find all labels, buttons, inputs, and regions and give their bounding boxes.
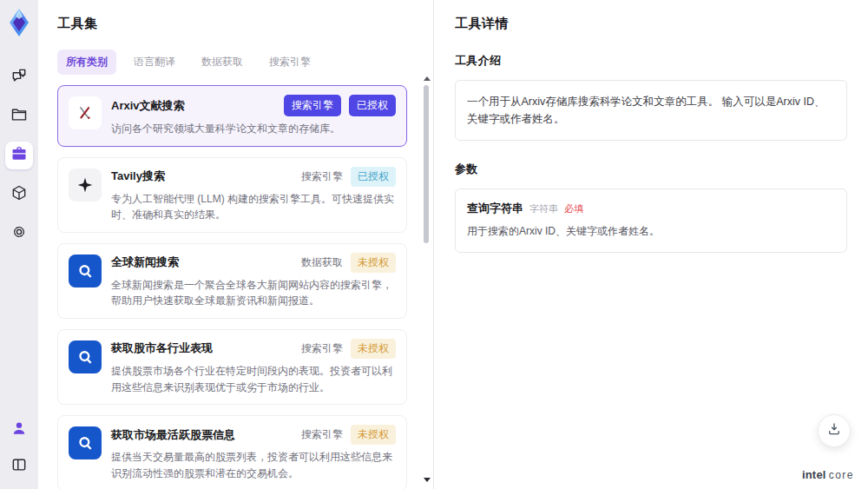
sidebar-item-settings[interactable]: [5, 220, 33, 248]
category-label: 数据获取: [301, 255, 343, 270]
app-window: 工具集 所有类别 语言翻译 数据获取 搜索引擎 Arxiv文献搜索: [0, 0, 868, 489]
search-q-logo-icon: [69, 426, 102, 459]
arxiv-logo-icon: [69, 96, 102, 129]
chat-icon: [10, 67, 28, 88]
sidebar-item-files[interactable]: [5, 102, 33, 130]
app-logo-icon: [5, 8, 33, 37]
tool-list: Arxiv文献搜索 搜索引擎 已授权 访问各个研究领域大量科学论文和文章的存储库…: [57, 85, 418, 489]
tool-title: 获取股市各行业表现: [111, 340, 213, 356]
tool-card-arxiv[interactable]: Arxiv文献搜索 搜索引擎 已授权 访问各个研究领域大量科学论文和文章的存储库…: [57, 85, 407, 147]
layout-panel-icon: [10, 456, 28, 477]
user-icon: [10, 420, 28, 440]
intel-wordmark: intel: [802, 468, 826, 481]
download-icon: [826, 421, 842, 440]
sidebar-item-toolset[interactable]: [5, 142, 33, 169]
tab-language-translation[interactable]: 语言翻译: [125, 50, 184, 75]
tool-description: 专为人工智能代理 (LLM) 构建的搜索引擎工具。可快速提供实时、准确和真实的结…: [111, 191, 396, 223]
param-name: 查询字符串: [467, 201, 523, 216]
tavily-logo-icon: [69, 169, 102, 202]
search-q-logo-icon: [69, 254, 102, 287]
intro-section-header: 工具介绍: [455, 53, 847, 69]
category-label: 搜索引擎: [301, 341, 343, 356]
tool-title: Tavily搜索: [111, 169, 165, 184]
params-section-header: 参数: [455, 162, 847, 177]
status-badge: 已授权: [349, 95, 396, 116]
tool-description: 提供股票市场各个行业在特定时间段内的表现。投资者可以利用这些信息来识别表现优于或…: [111, 363, 396, 395]
tool-description: 访问各个研究领域大量科学论文和文章的存储库。: [111, 121, 396, 137]
category-label: 搜索引擎: [301, 427, 343, 442]
status-badge: 未授权: [351, 253, 396, 273]
tool-description: 提供当天交易量最高的股票列表，投资者可以利用这些信息来识别流动性强的股票和潜在的…: [111, 449, 396, 481]
scrollbar-thumb[interactable]: [424, 85, 429, 243]
tool-title: Arxiv文献搜索: [111, 98, 185, 114]
status-badge: 未授权: [351, 425, 396, 445]
app-sidebar: [0, 0, 38, 489]
param-description: 用于搜索的Arxiv ID、关键字或作者姓名。: [467, 224, 835, 239]
tool-title: 全球新闻搜索: [111, 254, 179, 270]
scroll-down-arrow-icon[interactable]: [424, 478, 431, 482]
tool-intro-text: 一个用于从Arxiv存储库搜索科学论文和文章的工具。 输入可以是Arxiv ID…: [455, 80, 847, 141]
scroll-up-arrow-icon[interactable]: [424, 76, 431, 81]
core-wordmark: core: [829, 469, 854, 481]
tab-data-acquisition[interactable]: 数据获取: [193, 50, 252, 75]
category-tabs: 所有类别 语言翻译 数据获取 搜索引擎: [57, 50, 418, 75]
tool-detail-panel: 工具详情 工具介绍 一个用于从Arxiv存储库搜索科学论文和文章的工具。 输入可…: [434, 0, 868, 489]
tool-card-sector-performance[interactable]: 获取股市各行业表现 搜索引擎 未授权 提供股票市场各个行业在特定时间段内的表现。…: [57, 329, 407, 405]
tool-card-body: 全球新闻搜索 数据获取 未授权 全球新闻搜索是一个聚合全球各大新闻网站内容的搜索…: [111, 253, 396, 309]
briefcase-icon: [10, 145, 28, 166]
list-scrollbar[interactable]: [422, 76, 431, 482]
tab-all-categories[interactable]: 所有类别: [57, 50, 116, 75]
settings-gear-icon: [10, 223, 28, 244]
tool-title: 获取市场最活跃股票信息: [111, 427, 235, 443]
tool-card-global-news[interactable]: 全球新闻搜索 数据获取 未授权 全球新闻搜索是一个聚合全球各大新闻网站内容的搜索…: [57, 243, 407, 319]
package-icon: [10, 184, 28, 205]
download-button[interactable]: [818, 414, 851, 447]
status-badge: 未授权: [351, 339, 396, 359]
tool-card-body: 获取股市各行业表现 搜索引擎 未授权 提供股票市场各个行业在特定时间段内的表现。…: [111, 339, 396, 395]
panel-toggle-button[interactable]: [5, 453, 33, 480]
detail-title: 工具详情: [455, 16, 847, 32]
tool-card-body: 获取市场最活跃股票信息 搜索引擎 未授权 提供当天交易量最高的股票列表，投资者可…: [111, 425, 396, 481]
category-badge: 搜索引擎: [284, 95, 341, 116]
search-q-logo-icon: [69, 340, 102, 373]
sidebar-item-chat[interactable]: [5, 63, 33, 91]
folder-icon: [10, 106, 28, 127]
param-type: 字符串: [529, 202, 558, 215]
tool-card-tavily[interactable]: Tavily搜索 搜索引擎 已授权 专为人工智能代理 (LLM) 构建的搜索引擎…: [57, 157, 407, 233]
parameter-card: 查询字符串 字符串 必填 用于搜索的Arxiv ID、关键字或作者姓名。: [455, 188, 847, 253]
tool-card-active-stocks[interactable]: 获取市场最活跃股票信息 搜索引擎 未授权 提供当天交易量最高的股票列表，投资者可…: [57, 415, 407, 489]
tool-card-body: Tavily搜索 搜索引擎 已授权 专为人工智能代理 (LLM) 构建的搜索引擎…: [111, 167, 396, 223]
sidebar-nav: [5, 63, 33, 248]
tool-card-body: Arxiv文献搜索 搜索引擎 已授权 访问各个研究领域大量科学论文和文章的存储库…: [111, 95, 396, 137]
sidebar-item-packages[interactable]: [5, 181, 33, 208]
intel-core-logo: intel core: [802, 468, 854, 481]
toolset-panel: 工具集 所有类别 语言翻译 数据获取 搜索引擎 Arxiv文献搜索: [38, 0, 434, 489]
param-required-badge: 必填: [564, 202, 583, 215]
status-badge: 已授权: [351, 167, 396, 187]
tool-description: 全球新闻搜索是一个聚合全球各大新闻网站内容的搜索引擎，帮助用户快速获取全球最新资…: [111, 277, 396, 309]
page-title: 工具集: [57, 16, 418, 32]
user-avatar-button[interactable]: [5, 416, 33, 444]
sidebar-bottom: [5, 416, 33, 480]
tab-search-engine[interactable]: 搜索引擎: [260, 50, 319, 75]
category-label: 搜索引擎: [301, 169, 343, 184]
